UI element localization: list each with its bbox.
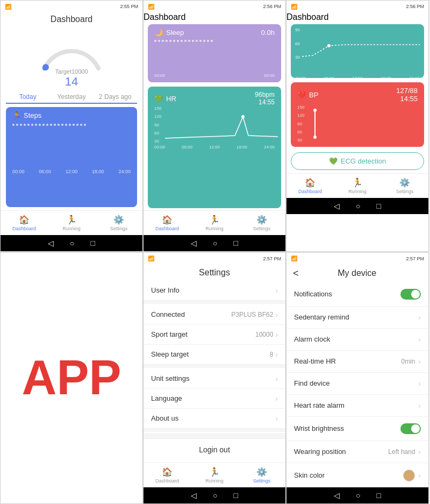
settings-sport-target[interactable]: Sport target 10000 › bbox=[144, 325, 285, 345]
hr-value-area: 96bpm 14:55 bbox=[255, 91, 275, 106]
back-btn-1[interactable]: ◁ bbox=[48, 239, 54, 247]
recent-3[interactable]: □ bbox=[377, 202, 381, 210]
home-6[interactable]: ○ bbox=[356, 491, 360, 500]
settings-connected[interactable]: Connected P3PLUS BF62 › bbox=[144, 305, 285, 325]
status-bar-2: 📶 2:56 PM bbox=[144, 1, 285, 12]
settings-user-info[interactable]: User Info › bbox=[144, 281, 285, 301]
notifications-toggle[interactable] bbox=[400, 289, 421, 300]
chevron-hr: › bbox=[418, 357, 421, 366]
gauge-svg bbox=[34, 28, 109, 71]
device-skin[interactable]: Skin color › bbox=[286, 463, 428, 487]
svg-point-1 bbox=[241, 115, 245, 118]
steps-dots bbox=[12, 124, 131, 126]
chevron-hr-alarm: › bbox=[418, 401, 421, 410]
mydevice-back[interactable]: < bbox=[293, 268, 299, 279]
gauge-area: Target10000 14 bbox=[1, 25, 142, 89]
tab-today[interactable]: Today bbox=[6, 91, 49, 104]
device-brightness[interactable]: Wrist brightness bbox=[286, 417, 428, 441]
chevron-connected: › bbox=[275, 310, 278, 319]
running-icon-1: 🏃 bbox=[66, 215, 77, 225]
tab-2days[interactable]: 2 Days ago bbox=[94, 91, 137, 103]
bp-chart-area: 150 120 90 60 30 bbox=[297, 105, 418, 143]
sleep-header: 🌙 Sleep 0.0h bbox=[154, 29, 275, 37]
recent-5[interactable]: □ bbox=[234, 491, 238, 500]
screen-6: 📶 2:57 PM < My device Notifications Sede… bbox=[286, 252, 429, 504]
ecg-btn[interactable]: 💚 ECG detection bbox=[291, 152, 424, 170]
dashboard-title-1: Dashboard bbox=[1, 12, 142, 25]
nav-set-3[interactable]: ⚙️ Settings bbox=[381, 174, 428, 198]
back-5[interactable]: ◁ bbox=[191, 491, 197, 500]
svg-point-4 bbox=[313, 109, 317, 112]
device-sedentary[interactable]: Sedentary remind › bbox=[286, 307, 428, 329]
device-alarm[interactable]: Alarm clock › bbox=[286, 329, 428, 351]
skin-color-circle[interactable] bbox=[403, 470, 415, 481]
mydevice-title: My device bbox=[303, 268, 422, 278]
screen-1: 📶 2:55 PM Dashboard Target10000 14 Today… bbox=[0, 0, 143, 252]
gear-5: ⚙️ bbox=[256, 467, 267, 477]
bp-value: 127/88 bbox=[396, 87, 418, 95]
screen-2: 📶 2:56 PM Dashboard 🌙 Sleep 0.0h 00:00 0… bbox=[143, 0, 286, 252]
settings-list: User Info › Connected P3PLUS BF62 › Spor… bbox=[144, 281, 285, 463]
settings-title: Settings bbox=[144, 265, 285, 281]
logout-btn[interactable]: Login out bbox=[144, 438, 285, 460]
status-bar-1: 📶 2:55 PM bbox=[1, 1, 142, 12]
gear-icon-1: ⚙️ bbox=[113, 215, 124, 225]
app-label: APP bbox=[22, 350, 121, 406]
nav-running-1[interactable]: 🏃 Running bbox=[48, 211, 95, 235]
hr-bpm: 96bpm bbox=[255, 91, 275, 98]
nav-db-5[interactable]: 🏠 Dashboard bbox=[144, 463, 191, 487]
steps-card: 🏃 Steps 00:00 06:00 12:00 18:00 24:00 bbox=[6, 107, 137, 207]
sleep-card: 🌙 Sleep 0.0h 00:00 00:00 bbox=[148, 24, 281, 82]
device-wearing[interactable]: Wearing position Left hand › bbox=[286, 441, 428, 463]
nav-run-3[interactable]: 🏃 Running bbox=[334, 174, 381, 198]
settings-sleep-target[interactable]: Sleep target 8 › bbox=[144, 345, 285, 365]
settings-about[interactable]: About us › bbox=[144, 409, 285, 429]
tab-row: Today Yesterday 2 Days ago bbox=[6, 91, 137, 104]
settings-language[interactable]: Language › bbox=[144, 389, 285, 409]
device-find[interactable]: Find device › bbox=[286, 373, 428, 395]
home-3: 🏠 bbox=[305, 178, 316, 188]
android-bar-6: ◁ ○ □ bbox=[286, 487, 428, 503]
nav-dashboard-2[interactable]: 🏠 Dashboard bbox=[144, 211, 191, 235]
chevron-sport: › bbox=[275, 330, 278, 339]
home-5b[interactable]: ○ bbox=[213, 491, 217, 500]
svg-point-2 bbox=[327, 44, 331, 47]
chevron-unit: › bbox=[275, 374, 278, 383]
home-2[interactable]: ○ bbox=[213, 239, 217, 247]
nav-running-2[interactable]: 🏃 Running bbox=[191, 211, 238, 235]
device-notifications[interactable]: Notifications bbox=[286, 282, 428, 307]
teal-line-svg bbox=[302, 30, 420, 62]
nav-settings-2[interactable]: ⚙️ Settings bbox=[238, 211, 285, 235]
home-5: 🏠 bbox=[162, 467, 173, 477]
sleep-value: 0.0h bbox=[261, 29, 275, 37]
settings-section-3: Unit settings › Language › About us › bbox=[144, 369, 285, 432]
android-bar-2: ◁ ○ □ bbox=[144, 235, 285, 251]
title-2: Dashboard bbox=[144, 12, 285, 22]
device-hr-alarm[interactable]: Heart rate alarm › bbox=[286, 395, 428, 417]
bt-5: 📶 bbox=[148, 255, 154, 261]
back-6[interactable]: ◁ bbox=[334, 491, 340, 500]
chevron-find: › bbox=[418, 379, 421, 388]
settings-unit[interactable]: Unit settings › bbox=[144, 369, 285, 389]
tab-yesterday[interactable]: Yesterday bbox=[49, 91, 93, 103]
gear-3: ⚙️ bbox=[399, 178, 410, 188]
recent-6[interactable]: □ bbox=[377, 491, 381, 500]
recent-2[interactable]: □ bbox=[234, 239, 238, 247]
home-btn-1[interactable]: ○ bbox=[70, 239, 74, 247]
chevron-sedentary: › bbox=[418, 313, 421, 322]
nav-run-5[interactable]: 🏃 Running bbox=[191, 463, 238, 487]
nav-settings-1[interactable]: ⚙️ Settings bbox=[95, 211, 142, 235]
svg-point-5 bbox=[313, 136, 317, 139]
home-3b[interactable]: ○ bbox=[356, 202, 360, 210]
back-2[interactable]: ◁ bbox=[191, 239, 197, 247]
recent-btn-1[interactable]: □ bbox=[91, 239, 95, 247]
nav-dashboard-1[interactable]: 🏠 Dashboard bbox=[1, 211, 48, 235]
home-icon-2: 🏠 bbox=[162, 215, 173, 225]
steps-icon: 🏃 bbox=[12, 111, 21, 119]
back-3[interactable]: ◁ bbox=[334, 202, 340, 210]
nav-set-5[interactable]: ⚙️ Settings bbox=[238, 463, 285, 487]
bluetooth-icon: 📶 bbox=[5, 4, 11, 10]
brightness-toggle[interactable] bbox=[400, 423, 421, 434]
device-hr[interactable]: Real-time HR 0min › bbox=[286, 351, 428, 373]
nav-db-3[interactable]: 🏠 Dashboard bbox=[286, 174, 334, 198]
